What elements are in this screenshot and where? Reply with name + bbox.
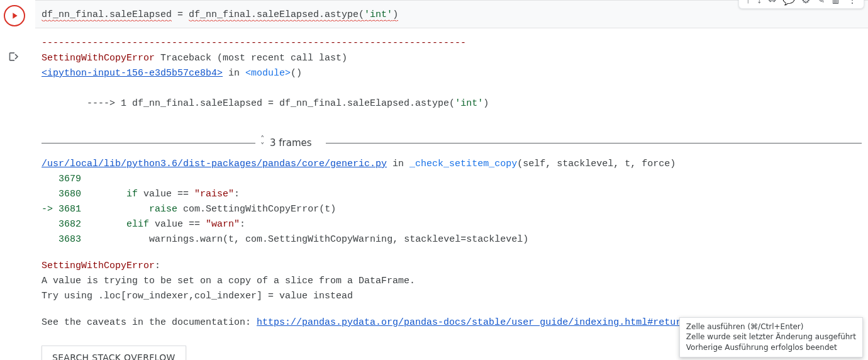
function-args: (self, stacklevel, t, force) — [517, 159, 676, 169]
error-name: SettingWithCopyError — [42, 53, 155, 64]
module-label: <module> — [245, 68, 291, 79]
move-up-icon[interactable]: ↑ — [745, 0, 750, 6]
code-lhs: df_nn_final.saleElapsed — [42, 9, 172, 21]
source-file-link[interactable]: /usr/local/lib/python3.6/dist-packages/p… — [42, 159, 387, 169]
docs-pretext: See the caveats in the documentation: — [42, 317, 257, 328]
ipython-input-link[interactable]: <ipython-input-156-e3d5b57ce8b4> — [42, 68, 223, 79]
error-message-line1: A value is trying to be set on a copy of… — [42, 274, 862, 289]
error-message-line2: Try using .loc[row_indexer,col_indexer] … — [42, 289, 862, 304]
settings-icon[interactable]: ⚙ — [801, 0, 810, 6]
link-icon[interactable]: ⇔ — [768, 0, 776, 6]
frames-row: ˄˅ 3 frames — [42, 135, 862, 150]
tooltip-line3: Vorherige Ausführung erfolglos beendet — [686, 342, 856, 353]
frames-expand-control[interactable]: ˄˅ 3 frames — [260, 135, 312, 150]
output-toggle-icon[interactable] — [8, 50, 21, 65]
edit-icon[interactable]: ✎ — [816, 0, 825, 6]
cell-toolbar: ↑ ↓ ⇔ 💬 ⚙ ✎ 🗑 ⋮ — [738, 0, 864, 9]
tooltip-line2: Zelle wurde seit letzter Änderung ausgef… — [686, 332, 856, 342]
code-rhs-obj: df_nn_final.saleElapsed.astype( — [189, 9, 364, 21]
more-icon[interactable]: ⋮ — [847, 0, 857, 6]
code-cell[interactable]: ↑ ↓ ⇔ 💬 ⚙ ✎ 🗑 ⋮ df_nn_final.saleElapsed … — [35, 0, 868, 28]
run-cell-button[interactable] — [4, 5, 25, 26]
move-down-icon[interactable]: ↓ — [757, 0, 762, 6]
function-name: _check_setitem_copy — [409, 159, 517, 169]
final-error-name: SettingWithCopyError — [42, 261, 155, 271]
tooltip-line1: Zelle ausführen (⌘/Ctrl+Enter) — [686, 322, 856, 332]
run-tooltip: Zelle ausführen (⌘/Ctrl+Enter) Zelle wur… — [679, 317, 863, 357]
traceback-separator: ----------------------------------------… — [42, 36, 862, 51]
play-icon — [9, 11, 19, 21]
search-stack-overflow-button[interactable]: SEARCH STACK OVERFLOW — [42, 346, 186, 360]
traceback-header-tail: Traceback (most recent call last) — [155, 53, 347, 64]
delete-icon[interactable]: 🗑 — [831, 0, 841, 6]
code-string-literal: 'int' — [364, 9, 392, 21]
comment-icon[interactable]: 💬 — [782, 0, 795, 6]
chevron-down-icon: ˅ — [260, 143, 265, 150]
frames-count: 3 frames — [270, 135, 312, 150]
cell-output: ----------------------------------------… — [35, 28, 868, 360]
